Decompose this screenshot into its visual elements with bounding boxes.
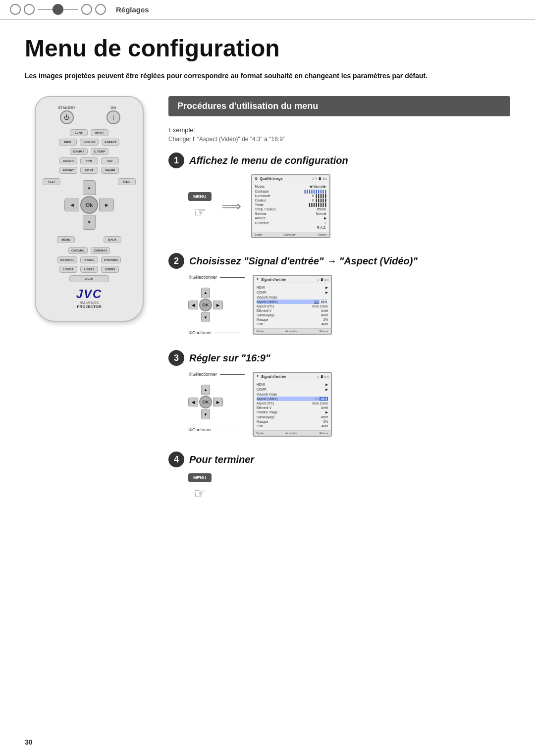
step-2-content: ①Sélectionner ▲ ▼ ◀ ▶ OK ②Confirmer (188, 275, 510, 335)
nr-button[interactable]: N.R (101, 157, 119, 164)
ctemp-button[interactable]: C.TEMP (91, 148, 108, 155)
screen-1-row-gamma: GammaNormal (255, 211, 326, 216)
ok-controller-2: ▲ ▼ ◀ ▶ OK (188, 288, 223, 322)
screen-3-header: ⬆ Signal d'entrée ≡ 📱 ⚙ ℹ (254, 373, 331, 380)
ok-left-3[interactable]: ◀ (188, 398, 198, 406)
lensap-button[interactable]: LENS.AP (80, 139, 99, 146)
dpad-up-button[interactable]: ▲ (83, 180, 96, 195)
aspect-button[interactable]: ASPECT (102, 139, 119, 146)
standby-button[interactable]: ⏻ (60, 110, 74, 124)
intro-text: Les images projetées peuvent être réglée… (25, 71, 500, 81)
screen-2-header: ⬆ Signal d'entrée ≡ 📱 ⚙ ℹ (254, 276, 331, 283)
dpad-right-button[interactable]: ▶ (99, 199, 114, 211)
page-title: Menu de configuration (25, 35, 510, 62)
menu-pill-1: MENU (188, 192, 212, 201)
mode-row: NATURAL STAGE DYNAMIC (43, 256, 136, 263)
dynamic-button[interactable]: DYNAMIC (101, 256, 121, 263)
page-number: 30 (25, 738, 33, 746)
step3-annot-2-line (215, 430, 240, 430)
step-3-number: 3 (168, 350, 184, 366)
light-button[interactable]: LIGHT (69, 275, 109, 282)
hide-button[interactable]: HIDE (118, 178, 136, 185)
color-button[interactable]: COLOR (59, 157, 77, 164)
lens-button[interactable]: LENS (70, 129, 88, 136)
hand-icon-4: ☞ (194, 485, 206, 502)
bright-cont-sharp-row: BRIGHT CONT SHARP (43, 167, 136, 174)
menu-button[interactable]: MENU (57, 236, 75, 243)
dpad-down-button[interactable]: ▼ (83, 215, 96, 230)
step-4-content: MENU ☞ (188, 473, 510, 502)
user3-button[interactable]: USER3 (101, 266, 119, 273)
sharp-button[interactable]: SHARP (101, 167, 119, 174)
step-1: 1 Affichez le menu de configuration MENU… (168, 152, 510, 238)
screen-1-row-raz: R.A.Z. (255, 225, 326, 230)
gamma-button[interactable]: GAMMA (70, 148, 88, 155)
bright-button[interactable]: BRIGHT (59, 167, 77, 174)
step3-annot-1-line (220, 374, 245, 375)
screen-3-comp: COMP.▶ (257, 387, 328, 392)
ok-right-2[interactable]: ▶ (213, 301, 223, 309)
ok-down-3[interactable]: ▼ (201, 409, 210, 419)
screen-1-row-ouverture: Ouverture2 (255, 221, 326, 225)
back-button[interactable]: BACK (104, 236, 121, 243)
screen-3-title: Signal d'entrée (261, 375, 286, 378)
menu-hand-4: MENU ☞ (188, 473, 212, 502)
annot-2-confirm: ②Confirmer (188, 330, 240, 335)
step-1-number: 1 (168, 152, 184, 168)
user1-button[interactable]: USER1 (59, 266, 77, 273)
ok-right-3[interactable]: ▶ (213, 398, 223, 406)
annot-1-line (220, 277, 245, 278)
test-button[interactable]: TEST (43, 178, 60, 185)
user2-button[interactable]: USER2 (80, 266, 98, 273)
brand-section: JVC RM-MH2GB PROJECTOR (43, 287, 136, 309)
cinema1-button[interactable]: CINEMA1 (68, 247, 88, 254)
ok-down-2[interactable]: ▼ (201, 312, 210, 322)
step-1-header: 1 Affichez le menu de configuration (168, 152, 510, 168)
cinema2-button[interactable]: CINEMA2 (91, 247, 110, 254)
step3-annot-1-label: ①Sélectionner (188, 372, 217, 377)
step-2-number: 2 (168, 253, 184, 269)
info-button[interactable]: INFO (59, 139, 77, 146)
step-1-title: Affichez le menu de configuration (189, 155, 348, 166)
power-row: STANDBY ⏻ ON | (43, 106, 136, 124)
screen-3-element-v: Élément VArrêt (257, 405, 328, 410)
screen-mockup-3: ⬆ Signal d'entrée ≡ 📱 ⚙ ℹ HDMI▶ COMP.▶ V… (253, 372, 332, 437)
step-1-content: MENU ☞ ⟹ 🖥 Qualité image ≡ ✎ 📱 ⚙ ℹ (188, 174, 510, 238)
step-4-title: Pour terminer (189, 454, 254, 465)
ok-center-3[interactable]: OK (199, 396, 212, 408)
on-group: ON | (107, 106, 120, 124)
on-button[interactable]: | (107, 110, 120, 124)
ok-up-3[interactable]: ▲ (201, 385, 210, 395)
screen-3-masque: Masque5% (257, 419, 328, 424)
step-4-header: 4 Pour terminer (168, 452, 510, 467)
progress-circles (10, 4, 106, 15)
ok-center-2[interactable]: OK (199, 299, 212, 311)
cont-button[interactable]: CONT (80, 167, 98, 174)
natural-button[interactable]: NATURAL (57, 256, 78, 263)
screen-1-row-modes: Modes◀ Natural ▶ (255, 184, 326, 189)
ok-button[interactable]: Ok (80, 196, 98, 214)
ok-left-2[interactable]: ◀ (188, 301, 198, 309)
stage-button[interactable]: STAGE (80, 256, 98, 263)
light-row: LIGHT (43, 275, 136, 282)
ok-up-2[interactable]: ▲ (201, 288, 210, 298)
step-3: 3 Régler sur "16:9" ①Sélectionner ▲ ▼ ◀ (168, 350, 510, 437)
screen-3-aspect-video: Aspect (Vidéo) 4:3 16:9 (257, 397, 328, 401)
step-3-content: ①Sélectionner ▲ ▼ ◀ ▶ OK ②Confirmer (188, 372, 510, 437)
dpad-left-button[interactable]: ◀ (64, 199, 79, 211)
arrow-1: ⟹ (221, 198, 241, 214)
jvc-logo: JVC (43, 287, 136, 301)
screen-1-header: 🖥 Qualité image ≡ ✎ 📱 ⚙ ℹ (252, 175, 329, 182)
circle-4 (81, 4, 92, 15)
input-button[interactable]: INPUT (91, 129, 108, 136)
tint-button[interactable]: TINT (80, 157, 98, 164)
gamma-ctemp-row: GAMMA C.TEMP (43, 148, 136, 155)
section-header: Procédures d'utilisation du menu (168, 96, 510, 116)
screen-2-icon: ⬆ (256, 277, 259, 281)
screen-1-row-temp: Temp. Couleur6500K (255, 207, 326, 211)
step3-annot-2-label: ②Confirmer (188, 427, 212, 432)
two-column-layout: STANDBY ⏻ ON | LENS INPUT INFO LENS (25, 96, 510, 516)
user-row: USER1 USER2 USER3 (43, 266, 136, 273)
screen-2-aspect-video: Aspect (Vidéo) 4:3 16:9 (257, 300, 328, 304)
screen-3-footer-left: Sortie (256, 432, 264, 435)
